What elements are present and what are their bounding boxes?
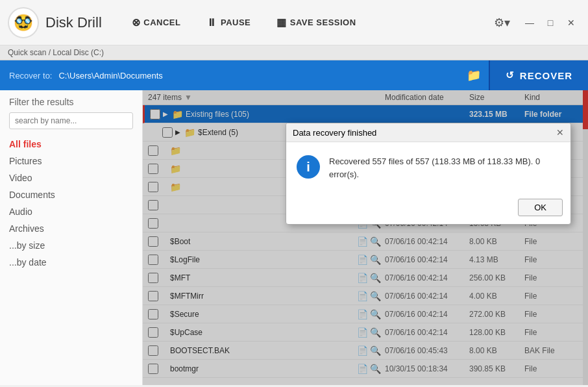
modal-message: Recovered 557 files of 557 (118.33 MB of… <box>329 155 560 181</box>
modal-body: i Recovered 557 files of 557 (118.33 MB … <box>286 142 570 194</box>
logo-area: 🥸 Disk Drill <box>8 7 102 38</box>
modal-title: Data recovery finished <box>293 128 376 138</box>
info-icon: i <box>297 155 320 179</box>
sidebar-item-by-date[interactable]: ...by date <box>9 254 133 271</box>
modal-close-button[interactable]: ✕ <box>556 127 564 138</box>
file-area: 247 items ▼ Modification date Size Kind … <box>143 90 588 385</box>
pause-button[interactable]: ⏸ PAUSE <box>196 12 261 34</box>
recover-to-label: Recover to: <box>9 71 52 81</box>
save-icon: ▦ <box>276 16 287 29</box>
settings-button[interactable]: ⚙▾ <box>489 10 515 35</box>
sidebar-item-all-files[interactable]: All files <box>9 136 133 153</box>
recover-icon: ↺ <box>506 69 515 81</box>
recover-bar: Recover to: C:\Users\Admin\Documents 📁 ↺… <box>0 60 588 90</box>
recovery-finished-dialog: Data recovery finished ✕ i Recovered 557… <box>286 123 571 225</box>
minimize-button[interactable]: — <box>521 14 539 32</box>
app-logo: 🥸 <box>8 7 39 38</box>
sidebar-item-audio[interactable]: Audio <box>9 203 133 220</box>
search-input[interactable] <box>9 112 133 129</box>
sidebar: Filter the results All files Pictures Vi… <box>0 90 143 385</box>
app-title: Disk Drill <box>45 14 102 31</box>
recover-path: C:\Users\Admin\Documents <box>58 71 458 81</box>
sidebar-item-documents[interactable]: Documents <box>9 186 133 203</box>
close-button[interactable]: ✕ <box>562 14 580 32</box>
filter-title: Filter the results <box>9 97 133 107</box>
sidebar-item-by-size[interactable]: ...by size <box>9 237 133 254</box>
modal-overlay: Data recovery finished ✕ i Recovered 557… <box>143 90 588 385</box>
modal-footer: OK <box>286 194 570 224</box>
folder-browse-button[interactable]: 📁 <box>459 68 489 82</box>
pause-icon: ⏸ <box>206 17 217 29</box>
sidebar-item-pictures[interactable]: Pictures <box>9 153 133 169</box>
title-bar: 🥸 Disk Drill ⊗ CANCEL ⏸ PAUSE ▦ SAVE SES… <box>0 0 588 45</box>
main-content: Filter the results All files Pictures Vi… <box>0 90 588 385</box>
cancel-icon: ⊗ <box>132 16 141 29</box>
breadcrumb: Quick scan / Local Disc (C:) <box>0 45 588 60</box>
maximize-button[interactable]: □ <box>541 14 559 32</box>
toolbar-buttons: ⊗ CANCEL ⏸ PAUSE ▦ SAVE SESSION <box>121 11 367 34</box>
recover-button[interactable]: ↺ RECOVER <box>489 60 588 90</box>
ok-button[interactable]: OK <box>518 199 563 216</box>
save-session-button[interactable]: ▦ SAVE SESSION <box>266 11 366 34</box>
sidebar-item-video[interactable]: Video <box>9 169 133 186</box>
sidebar-item-archives[interactable]: Archives <box>9 220 133 237</box>
window-controls: — □ ✕ <box>521 14 580 32</box>
modal-header: Data recovery finished ✕ <box>286 123 570 142</box>
cancel-button[interactable]: ⊗ CANCEL <box>121 11 191 34</box>
